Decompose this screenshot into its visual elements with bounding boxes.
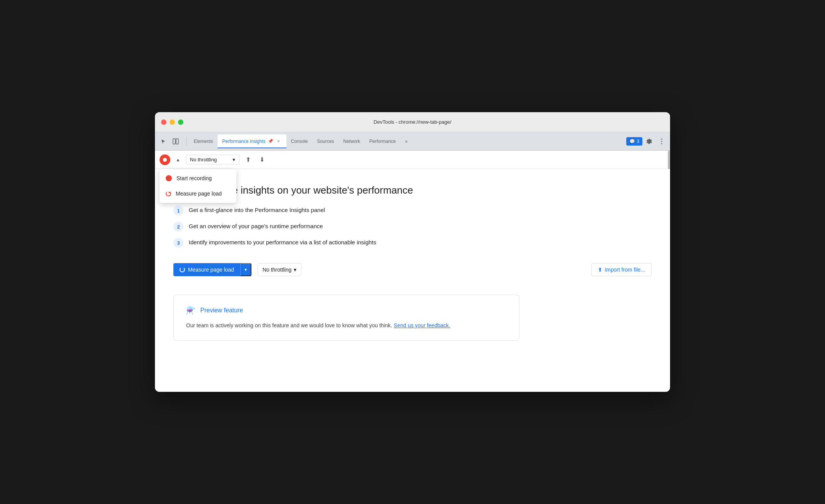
- preview-feature-header: ⚗️ Preview feature: [186, 306, 507, 315]
- record-dropdown-menu: Start recording Measure page load: [160, 169, 236, 203]
- record-button[interactable]: [160, 154, 170, 165]
- title-bar: DevTools - chrome://new-tab-page/: [155, 112, 670, 132]
- measure-dropdown-arrow[interactable]: ▾: [240, 263, 251, 276]
- preview-feature-card: ⚗️ Preview feature Our team is actively …: [173, 295, 519, 341]
- svg-point-4: [661, 143, 662, 144]
- more-options-button[interactable]: [656, 136, 667, 147]
- step-text-2: Get an overview of your page's runtime p…: [189, 222, 323, 229]
- toolbar-throttle-dropdown[interactable]: No throttling ▾: [186, 155, 240, 164]
- preview-feature-text: Our team is actively working on this fea…: [186, 321, 507, 330]
- close-traffic-light[interactable]: [161, 119, 166, 125]
- chat-icon: 💬: [629, 139, 635, 144]
- cursor-icon[interactable]: [158, 136, 169, 147]
- start-recording-item[interactable]: Start recording: [160, 171, 236, 186]
- pin-icon: 📌: [268, 139, 273, 144]
- tab-network[interactable]: Network: [339, 134, 365, 148]
- tab-nav-icons: [158, 136, 181, 147]
- devtools-window: DevTools - chrome://new-tab-page/ Elemen…: [155, 112, 670, 392]
- tab-divider: [186, 137, 187, 146]
- svg-point-2: [661, 138, 662, 139]
- tab-close-icon[interactable]: ×: [276, 138, 282, 144]
- tab-performance-insights[interactable]: Performance insights 📌 ×: [218, 134, 286, 148]
- settings-button[interactable]: [644, 136, 655, 147]
- measure-page-load-item[interactable]: Measure page load: [160, 186, 236, 201]
- window-title: DevTools - chrome://new-tab-page/: [374, 119, 451, 125]
- svg-point-3: [661, 141, 662, 142]
- tab-bar: Elements Performance insights 📌 × Consol…: [155, 132, 670, 151]
- notifications-button[interactable]: 💬 3: [626, 137, 642, 146]
- measure-page-load-button[interactable]: Measure page load: [173, 263, 240, 276]
- panel-layout-icon[interactable]: [170, 136, 181, 147]
- minimize-traffic-light[interactable]: [170, 119, 175, 125]
- reload-icon: [166, 191, 171, 196]
- upload-icon: ⬆: [598, 267, 602, 273]
- chevron-down-icon: ▾: [294, 267, 296, 273]
- step-item-1: 1 Get a first-glance into the Performanc…: [173, 206, 652, 216]
- tab-console[interactable]: Console: [286, 134, 313, 148]
- step-text-1: Get a first-glance into the Performance …: [189, 206, 325, 213]
- step-number-1: 1: [173, 206, 183, 216]
- step-item-2: 2 Get an overview of your page's runtime…: [173, 222, 652, 232]
- chevron-up-icon: ▲: [176, 157, 180, 162]
- record-button-indicator: [163, 158, 167, 162]
- record-dropdown-arrow[interactable]: ▲: [173, 155, 183, 164]
- svg-rect-1: [176, 139, 178, 144]
- chevron-down-icon: ▾: [233, 157, 235, 162]
- chevron-down-icon: ▾: [245, 267, 247, 272]
- scrollbar-track: [668, 151, 670, 169]
- upload-button[interactable]: ⬆: [243, 154, 253, 165]
- traffic-lights: [161, 119, 183, 125]
- maximize-traffic-light[interactable]: [178, 119, 183, 125]
- svg-rect-0: [173, 139, 175, 144]
- step-text-3: Identify improvements to your performanc…: [189, 238, 376, 245]
- more-tabs-button[interactable]: »: [402, 136, 411, 147]
- step-number-2: 2: [173, 222, 183, 232]
- step-number-3: 3: [173, 238, 183, 248]
- feedback-link[interactable]: Send us your feedback.: [394, 322, 450, 328]
- tab-performance[interactable]: Performance: [365, 134, 401, 148]
- flask-icon: ⚗️: [186, 306, 196, 315]
- download-button[interactable]: ⬇: [256, 154, 267, 165]
- tab-bar-right: 💬 3: [626, 136, 667, 147]
- import-from-file-button[interactable]: ⬆ Import from file...: [591, 263, 652, 276]
- tab-sources[interactable]: Sources: [313, 134, 339, 148]
- reload-icon-white: [180, 267, 185, 272]
- measure-btn-group: Measure page load ▾: [173, 263, 251, 276]
- steps-list: 1 Get a first-glance into the Performanc…: [173, 206, 652, 248]
- hero-title: Get actionable insights on your website'…: [173, 184, 652, 196]
- step-item-3: 3 Identify improvements to your performa…: [173, 238, 652, 248]
- tab-elements[interactable]: Elements: [189, 134, 218, 148]
- action-bar: Measure page load ▾ No throttling ▾ ⬆ Im…: [173, 263, 652, 276]
- record-dot-icon: [166, 175, 172, 181]
- main-throttle-dropdown[interactable]: No throttling ▾: [258, 263, 301, 276]
- toolbar: ▲ No throttling ▾ ⬆ ⬇ Start recording Me…: [155, 151, 670, 169]
